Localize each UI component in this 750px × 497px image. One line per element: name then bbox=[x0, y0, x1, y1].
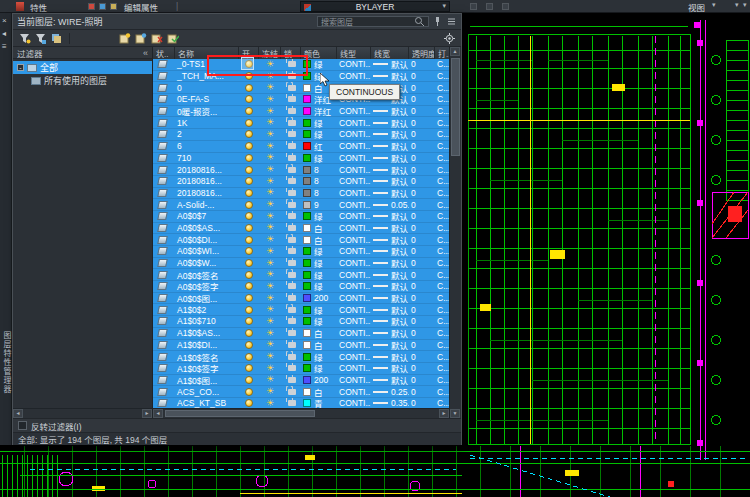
dock-icon[interactable]: ◂ bbox=[2, 30, 6, 38]
table-horizontal-scrollbar[interactable]: ◄ ► bbox=[153, 408, 449, 418]
lock-toggle[interactable] bbox=[281, 211, 301, 222]
freeze-toggle[interactable]: ☀ bbox=[259, 316, 281, 327]
plot-cell[interactable]: C... bbox=[435, 117, 449, 128]
linetype-cell[interactable]: CONTI... bbox=[337, 398, 371, 408]
transparency-cell[interactable]: 0 bbox=[409, 258, 435, 269]
linetype-cell[interactable]: CONTI... bbox=[337, 223, 371, 234]
plot-cell[interactable]: C... bbox=[435, 234, 449, 245]
transparency-cell[interactable]: 0 bbox=[409, 351, 435, 362]
color-cell[interactable]: 白 bbox=[301, 234, 337, 245]
collapse-filters-icon[interactable]: « bbox=[143, 48, 148, 58]
properties-menu-icon[interactable] bbox=[446, 16, 457, 27]
layer-row[interactable]: ACS_CO...☀白CONTI...0.25...0C... bbox=[153, 386, 449, 398]
layer-row[interactable]: A1$0$2☀绿CONTI...默认0C... bbox=[153, 304, 449, 316]
scroll-down-icon[interactable]: ▼ bbox=[450, 409, 460, 418]
scroll-up-icon[interactable]: ▲ bbox=[450, 47, 460, 56]
layer-row[interactable]: A0$0$DI...☀白CONTI...默认0C... bbox=[153, 234, 449, 246]
lineweight-cell[interactable]: 0.05... bbox=[371, 199, 409, 210]
linetype-cell[interactable]: CONTI... bbox=[337, 129, 371, 140]
chevron-down-icon[interactable]: ▾ bbox=[442, 2, 446, 10]
lineweight-cell[interactable]: 默认 bbox=[371, 176, 409, 187]
lock-toggle[interactable] bbox=[281, 82, 301, 93]
new-layer-icon[interactable] bbox=[118, 32, 131, 45]
color-cell[interactable]: 绿 bbox=[301, 211, 337, 222]
lineweight-cell[interactable]: 默认 bbox=[371, 375, 409, 386]
lineweight-cell[interactable]: 默认 bbox=[371, 258, 409, 269]
linetype-cell[interactable]: CONTI... bbox=[337, 199, 371, 210]
layer-row[interactable]: 6☀红CONTI...默认0C... bbox=[153, 141, 449, 153]
lock-toggle[interactable] bbox=[281, 304, 301, 315]
color-cell[interactable]: 绿 bbox=[301, 269, 337, 280]
vertical-scroll-thumb[interactable] bbox=[451, 58, 460, 156]
lineweight-cell[interactable]: 默认 bbox=[371, 129, 409, 140]
color-cell[interactable]: 绿 bbox=[301, 304, 337, 315]
linetype-cell[interactable]: CONTI... bbox=[337, 304, 371, 315]
linetype-cell[interactable]: CONTI... bbox=[337, 153, 371, 164]
linetype-cell[interactable]: CONTI... bbox=[337, 141, 371, 152]
linetype-cell[interactable]: CONTI... bbox=[337, 188, 371, 199]
layer-row[interactable]: A1$0$图...☀200CONTI...默认0C... bbox=[153, 375, 449, 387]
delete-layer-icon[interactable] bbox=[150, 32, 163, 45]
on-toggle[interactable] bbox=[239, 199, 259, 210]
lock-toggle[interactable] bbox=[281, 246, 301, 257]
freeze-toggle[interactable]: ☀ bbox=[259, 106, 281, 117]
linetype-cell[interactable]: CONTI... bbox=[337, 328, 371, 339]
transparency-cell[interactable]: 0 bbox=[409, 129, 435, 140]
toolbar-mini-icon-1[interactable] bbox=[88, 3, 95, 10]
view-menu-label[interactable]: 视图 bbox=[688, 1, 705, 13]
view-caret-icon[interactable]: ▾ bbox=[712, 1, 716, 9]
transparency-cell[interactable]: 0 bbox=[409, 164, 435, 175]
color-cell[interactable]: 9 bbox=[301, 199, 337, 210]
lineweight-cell[interactable]: 默认 bbox=[371, 117, 409, 128]
column-header-8[interactable]: 线宽 bbox=[371, 47, 409, 59]
linetype-cell[interactable]: CONTI... bbox=[337, 176, 371, 187]
lock-toggle[interactable] bbox=[281, 328, 301, 339]
freeze-toggle[interactable]: ☀ bbox=[259, 246, 281, 257]
transparency-cell[interactable]: 0 bbox=[409, 340, 435, 351]
toolbar-group2-label[interactable]: 编辑属性 bbox=[124, 1, 158, 13]
freeze-toggle[interactable]: ☀ bbox=[259, 199, 281, 210]
table-vertical-scrollbar[interactable]: ▲ ▼ bbox=[449, 47, 461, 418]
lock-toggle[interactable] bbox=[281, 94, 301, 105]
plot-cell[interactable]: C... bbox=[435, 316, 449, 327]
lineweight-cell[interactable]: 默认 bbox=[371, 328, 409, 339]
menu-icon[interactable]: ≡ bbox=[2, 43, 7, 51]
plot-cell[interactable]: C... bbox=[435, 94, 449, 105]
lineweight-cell[interactable]: 默认 bbox=[371, 164, 409, 175]
color-cell[interactable]: 绿 bbox=[301, 258, 337, 269]
freeze-toggle[interactable]: ☀ bbox=[259, 164, 281, 175]
lock-toggle[interactable] bbox=[281, 375, 301, 386]
scroll-right-icon[interactable]: ► bbox=[439, 409, 449, 418]
table-scroll-thumb[interactable] bbox=[165, 410, 315, 417]
lineweight-cell[interactable]: 默认 bbox=[371, 153, 409, 164]
lock-toggle[interactable] bbox=[281, 153, 301, 164]
layer-row[interactable]: 0☀白CONTI...默认0C... bbox=[153, 82, 449, 94]
freeze-toggle[interactable]: ☀ bbox=[259, 223, 281, 234]
plot-cell[interactable]: C... bbox=[435, 328, 449, 339]
lock-toggle[interactable] bbox=[281, 269, 301, 280]
color-bylayer-combo[interactable]: BYLAYER ▾ bbox=[300, 1, 450, 12]
on-toggle[interactable] bbox=[239, 293, 259, 304]
freeze-toggle[interactable]: ☀ bbox=[259, 304, 281, 315]
plot-cell[interactable]: C... bbox=[435, 281, 449, 292]
lineweight-cell[interactable]: 默认 bbox=[371, 106, 409, 117]
close-icon[interactable]: × bbox=[2, 17, 7, 25]
lock-toggle[interactable] bbox=[281, 234, 301, 245]
on-toggle[interactable] bbox=[239, 269, 259, 280]
linetype-cell[interactable]: CONTI... bbox=[337, 211, 371, 222]
plot-cell[interactable]: C... bbox=[435, 223, 449, 234]
on-toggle[interactable] bbox=[239, 153, 259, 164]
transparency-cell[interactable]: 0 bbox=[409, 316, 435, 327]
linetype-cell[interactable]: CONTI... bbox=[337, 164, 371, 175]
freeze-toggle[interactable]: ☀ bbox=[259, 398, 281, 408]
layer-row[interactable]: 710☀绿CONTI...默认0C... bbox=[153, 153, 449, 165]
plot-cell[interactable]: C... bbox=[435, 82, 449, 93]
transparency-cell[interactable]: 0 bbox=[409, 386, 435, 397]
transparency-cell[interactable]: 0 bbox=[409, 141, 435, 152]
lineweight-cell[interactable]: 默认 bbox=[371, 363, 409, 374]
on-toggle[interactable] bbox=[239, 246, 259, 257]
linetype-cell[interactable]: CONTI... bbox=[337, 269, 371, 280]
plot-cell[interactable]: C... bbox=[435, 304, 449, 315]
lock-toggle[interactable] bbox=[281, 117, 301, 128]
freeze-toggle[interactable]: ☀ bbox=[259, 293, 281, 304]
